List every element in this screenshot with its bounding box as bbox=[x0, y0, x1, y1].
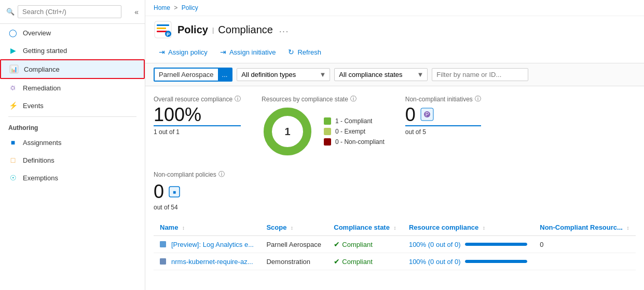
svg-rect-16 bbox=[160, 258, 166, 265]
nc-policies-icon: ■ bbox=[168, 181, 181, 203]
sidebar-item-getting-started[interactable]: ▶ Getting started bbox=[0, 42, 145, 59]
row1-non-compliant: 0 bbox=[533, 236, 636, 253]
overall-info-icon[interactable]: ⓘ bbox=[235, 95, 241, 103]
row1-scope: Parnell Aerospace bbox=[260, 236, 327, 253]
policies-table-wrap: Name ↕ Scope ↕ Compliance state ↕ bbox=[154, 219, 636, 270]
collapse-button[interactable]: « bbox=[134, 8, 139, 16]
row1-compliance-bar-fill bbox=[465, 243, 527, 246]
policies-table: Name ↕ Scope ↕ Compliance state ↕ bbox=[154, 219, 636, 270]
nc-initiatives-info-icon[interactable]: ⓘ bbox=[475, 95, 481, 103]
overall-compliance-block: Overall resource compliance ⓘ 100% 1 out… bbox=[154, 95, 241, 157]
checkmark-icon: ✔ bbox=[334, 240, 340, 248]
compliance-states-dropdown[interactable]: All compliance states bbox=[334, 68, 428, 81]
legend-item-compliant: 1 - Compliant bbox=[324, 117, 385, 125]
definition-types-dropdown[interactable]: All definition types bbox=[237, 68, 330, 81]
chart-info-icon[interactable]: ⓘ bbox=[350, 95, 357, 103]
scope-more-button[interactable]: ... bbox=[218, 69, 232, 81]
nc-initiatives-icon: P bbox=[420, 107, 434, 123]
divider bbox=[8, 116, 136, 117]
row2-resource-pct: 100% (0 out of 0) bbox=[409, 258, 461, 266]
legend-color-non-compliant bbox=[324, 138, 331, 146]
toolbar: ⇥ Assign policy ⇥ Assign initiative ↻ Re… bbox=[145, 41, 644, 63]
assign-policy-button[interactable]: ⇥ Assign policy bbox=[154, 45, 213, 59]
svg-text:P: P bbox=[425, 112, 429, 117]
svg-text:■: ■ bbox=[173, 189, 176, 195]
sidebar-label-definitions: Definitions bbox=[23, 156, 54, 164]
breadcrumb-policy[interactable]: Policy bbox=[182, 4, 198, 11]
assign-initiative-button[interactable]: ⇥ Assign initiative bbox=[215, 45, 281, 59]
scope-filter-wrap: Parnell Aerospace ... bbox=[154, 68, 232, 82]
row1-policy-icon bbox=[160, 241, 166, 247]
legend-label-non-compliant: 0 - Non-compliant bbox=[335, 138, 385, 146]
sidebar-item-events[interactable]: ⚡ Events bbox=[0, 97, 145, 114]
sort-scope-icon: ↕ bbox=[291, 225, 293, 231]
table-row: [Preview]: Log Analytics e... Parnell Ae… bbox=[154, 236, 636, 253]
sidebar: 🔍 « ◯ Overview ▶ Getting started 📊 Compl… bbox=[0, 0, 145, 290]
nc-policies-value-row: 0 ■ bbox=[154, 181, 636, 203]
dashboard: Overall resource compliance ⓘ 100% 1 out… bbox=[145, 86, 644, 290]
col-non-compliant-resources[interactable]: Non-Compliant Resourc... ↕ bbox=[533, 219, 636, 236]
filter-name-input[interactable] bbox=[432, 68, 528, 81]
sidebar-label-getting-started: Getting started bbox=[23, 47, 67, 55]
nc-initiatives-sub: out of 5 bbox=[405, 125, 481, 136]
row1-compliance-bar bbox=[465, 243, 527, 246]
sidebar-item-definitions[interactable]: □ Definitions bbox=[0, 151, 145, 169]
row2-scope: Demonstration bbox=[260, 253, 327, 270]
legend-color-exempt bbox=[324, 128, 331, 135]
sidebar-label-compliance: Compliance bbox=[24, 65, 60, 73]
assignments-icon: ■ bbox=[8, 138, 18, 147]
nc-policies-number: 0 bbox=[154, 181, 164, 203]
more-button[interactable]: ... bbox=[279, 25, 289, 34]
legend-label-exempt: 0 - Exempt bbox=[335, 128, 365, 135]
sidebar-label-exemptions: Exemptions bbox=[23, 174, 58, 182]
row2-bar-wrap: 100% (0 out of 0) bbox=[409, 258, 527, 266]
assign-initiative-label: Assign initiative bbox=[229, 48, 276, 56]
row2-non-compliant bbox=[533, 253, 636, 270]
chart-title: Resources by compliance state ⓘ bbox=[262, 95, 385, 103]
nc-initiatives-value: 0 bbox=[405, 106, 416, 124]
row2-compliance-bar bbox=[465, 260, 527, 263]
nc-policies-info-icon[interactable]: ⓘ bbox=[218, 170, 225, 179]
breadcrumb-home[interactable]: Home bbox=[154, 4, 170, 11]
overall-compliance-title: Overall resource compliance ⓘ bbox=[154, 95, 241, 103]
checkmark-icon-2: ✔ bbox=[334, 257, 340, 266]
refresh-button[interactable]: ↻ Refresh bbox=[283, 45, 326, 59]
col-scope[interactable]: Scope ↕ bbox=[260, 219, 327, 236]
overall-compliance-value: 100% bbox=[154, 106, 241, 124]
col-name[interactable]: Name ↕ bbox=[154, 219, 260, 236]
sidebar-label-overview: Overview bbox=[23, 29, 51, 37]
sidebar-label-remediation: Remediation bbox=[23, 84, 61, 92]
row2-compliance-state: ✔ Compliant bbox=[327, 253, 403, 270]
exemptions-icon: ☉ bbox=[8, 173, 18, 182]
row1-name-link[interactable]: [Preview]: Log Analytics e... bbox=[171, 241, 254, 248]
search-input[interactable] bbox=[18, 5, 121, 18]
sort-nc-resources-icon: ↕ bbox=[627, 225, 629, 231]
events-icon: ⚡ bbox=[8, 101, 18, 110]
sidebar-item-exemptions[interactable]: ☉ Exemptions bbox=[0, 169, 145, 187]
main-content: Home > Policy P Policy | Compliance ... bbox=[145, 0, 644, 290]
compliance-icon: 📊 bbox=[9, 64, 19, 74]
nc-policies-sub: out of 54 bbox=[154, 204, 636, 211]
col-compliance-state[interactable]: Compliance state ↕ bbox=[327, 219, 403, 236]
refresh-label: Refresh bbox=[297, 48, 321, 56]
sidebar-item-compliance[interactable]: 📊 Compliance bbox=[0, 59, 145, 79]
row1-compliance-state: ✔ Compliant bbox=[327, 236, 403, 253]
filter-bar: Parnell Aerospace ... All definition typ… bbox=[145, 63, 644, 86]
authoring-section-label: Authoring bbox=[0, 119, 145, 134]
table-body: [Preview]: Log Analytics e... Parnell Ae… bbox=[154, 236, 636, 270]
compliance-states-wrap: All compliance states ▼ bbox=[334, 68, 428, 81]
row1-compliance-badge: ✔ Compliant bbox=[334, 240, 396, 248]
table-row: nrms-kubernet-require-az... Demonstratio… bbox=[154, 253, 636, 270]
page-subtitle: Compliance bbox=[218, 24, 273, 36]
search-bar: 🔍 « bbox=[0, 0, 145, 24]
overall-compliance-sub: 1 out of 1 bbox=[154, 125, 241, 136]
row2-compliance-bar-fill bbox=[465, 260, 527, 263]
sidebar-item-assignments[interactable]: ■ Assignments bbox=[0, 134, 145, 151]
definitions-icon: □ bbox=[8, 155, 18, 165]
row2-name-link[interactable]: nrms-kubernet-require-az... bbox=[171, 258, 253, 266]
assign-initiative-icon: ⇥ bbox=[220, 48, 226, 56]
sidebar-item-overview[interactable]: ◯ Overview bbox=[0, 24, 145, 42]
svg-text:P: P bbox=[167, 32, 170, 37]
sidebar-item-remediation[interactable]: ⛭ Remediation bbox=[0, 79, 145, 97]
col-resource-compliance[interactable]: Resource compliance ↕ bbox=[403, 219, 533, 236]
